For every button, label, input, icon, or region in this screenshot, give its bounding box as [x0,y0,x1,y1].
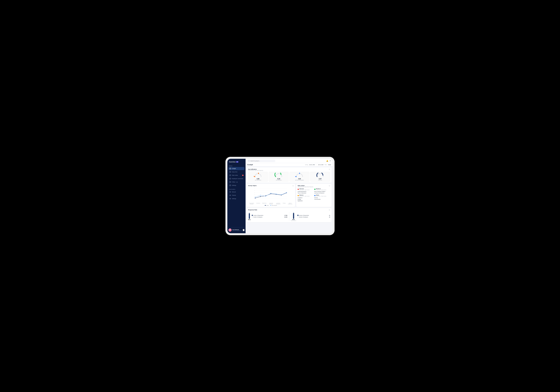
theme-icon[interactable]: ☀ [330,160,331,162]
quadrant-subtitle-intervene: (Lower Score - Higher Impact) [299,190,310,190]
svg-rect-15 [230,185,231,186]
response-rate-header: Response Rate ⓘ [248,209,330,211]
tag-reinforce-0: Work & Working Conditions [314,191,330,192]
legend-dot-1 [270,205,271,206]
tag-list-reinforce: Work & Working ConditionsLearning & Deve… [314,191,330,194]
logo-text: function [229,161,236,163]
user-info: Tom Pederson tompederson@gmail.com [232,229,243,231]
survey-topics-header: Survey Topics ⓘ [248,185,294,187]
stat-label-1-0: Number of Respondents [299,215,329,216]
legend-item-0: Global [265,205,269,206]
gauge-svg-0 [254,173,262,178]
gauge-more-1: ··· [287,172,288,174]
svg-point-53 [281,194,282,195]
stat-label-0-1: Number of Employees [253,217,284,218]
take-action-title: Take Action [298,185,313,186]
survey-topics-title: Survey Topics [248,185,257,186]
response-rate-info-icon[interactable]: ⓘ [329,209,330,211]
pct-group-0: 80% Global [248,212,250,221]
avatar [229,229,231,231]
sidebar-item-label-take-action: Take Action [232,175,238,176]
take-action-nav-icon [229,174,231,176]
notification-icon[interactable]: 🔔 [326,160,328,162]
page-header: Cockpit Sorting Jun 21, 2022 → Jul 21, 2… [246,163,333,166]
sidebar-feat-manual[interactable]: Manual [229,191,244,193]
user-more-button[interactable]: ··· [243,229,244,231]
chart-legend: Global Direct Reports [248,205,294,206]
sidebar-item-cockpit[interactable]: Cockpit [229,167,244,170]
quadrant-header-observe: Observe (Lower Score - Higher Impact) [298,194,313,197]
svg-point-54 [286,192,287,193]
legend-label-0: Global [266,205,269,206]
quadrant-title-retain: Retain [316,194,326,196]
page-title: Cockpit [247,164,253,165]
svg-point-51 [270,193,271,194]
take-action-info-icon[interactable]: ⓘ [329,185,330,187]
page-meta: Sorting Jun 21, 2022 → Jul 21, 2022 Filt… [305,164,331,165]
top-bar: 🔔 ☀ [246,159,333,163]
main-content: 🔔 ☀ Cockpit Sorting Jun 21, 2022 → Jul 2… [246,159,333,233]
chart-label-0: Compensation & Benefits [249,203,254,204]
features-section: FEATURES Manual Tutorial Settings [229,189,244,201]
quadrant-subtitle-reinforce: (Lower Score - Higher Impact) [316,190,326,190]
gauge-label-1: Job Motivation [276,180,282,181]
quadrant-dot-observe [298,195,299,196]
stat-dot-1-1 [297,216,299,218]
feat-label-manual: Manual [232,191,236,193]
take-action-title-group: Take Action Job Satisfaction (My Direct … [298,185,313,187]
sidebar-item-employee-comments[interactable]: Employee Comments [229,177,244,180]
feat-label-settings-feat: Settings [232,198,236,199]
stat-dot-0-1 [252,216,253,218]
gauge-more-3: ··· [328,172,329,174]
gauge-value-2: 3.60 [298,178,301,180]
stat-value-1-0: 11 [329,215,330,216]
gauge-value-0: 3.85 [257,178,259,180]
response-rate-card: Response Rate ⓘ 80% Global Number of Res… [247,208,331,222]
stat-row-0-0: Number of Respondents 17.500 [252,215,287,216]
survey-topics-info-icon[interactable]: ⓘ [292,185,294,187]
sidebar-item-label-settings-main: Settings [232,185,236,186]
chart-label-4: Learning & Development [276,203,281,204]
quadrant-retain: Retain (Lower Score - Higher Impact) Div… [314,194,330,201]
take-action-subtitle: Job Satisfaction (My Direct Reports) [298,186,313,187]
quadrant-observe: Observe (Lower Score - Higher Impact) Co… [298,194,313,201]
settings-main-nav-icon [229,184,231,186]
gauge-label-0: Job Satisfaction [255,180,261,181]
features-menu: Manual Tutorial Settings [229,191,244,200]
pct-fill-1 [293,213,294,219]
stat-row-1-0: Number of Respondents 11 [297,215,330,216]
sidebar-item-settings-main[interactable]: Settings [229,184,244,187]
search-input[interactable] [250,160,274,161]
pct-bar-1 [293,212,294,219]
survey-topics-card: Survey Topics ⓘ 234567 Compensation & Be… [247,184,295,207]
pct-fill-0 [249,213,250,219]
sidebar-item-deep-dive[interactable]: Deep Dive [229,170,244,173]
sidebar-item-follow-up[interactable]: Follow - up [229,181,244,183]
sorting-label: Sorting [305,164,308,165]
tag-list-intervene: Leadership BehaviorsTeam & Collaboration [298,191,313,194]
tag-list-retain: DiversityCommunication [314,197,330,200]
quadrant-intervene: Intervene (Lower Score - Higher Impact) … [298,188,313,194]
gauge-label-3: Retention [318,180,322,181]
gauge-card-1: ··· 5.34 Job Motivation [269,172,289,181]
key-indicators-subtitle: Key Indicators (My Direct Reports) [248,170,263,171]
svg-text:3: 3 [254,196,255,197]
svg-rect-9 [230,178,231,179]
filter-value: Global [328,164,331,165]
info-icon[interactable]: ⓘ [329,169,330,170]
quadrant-header-retain: Retain (Lower Score - Higher Impact) [314,194,330,197]
sidebar-item-take-action[interactable]: Take Action1 [229,174,244,177]
manual-feat-icon [229,191,231,193]
gauge-card-2: ··· 3.60 Job Recommendation [290,172,310,181]
date-from: Jun 21, 2022 [309,164,315,165]
legend-dot-0 [265,205,266,206]
stat-dot-0-0 [252,215,253,216]
stat-value-0-1: 22.000 [284,217,287,218]
response-rate-title: Response Rate [248,209,257,211]
sidebar-feat-settings-feat[interactable]: Settings [229,197,244,200]
sidebar-item-label-employee-comments: Employee Comments [232,178,243,179]
key-indicators-title-group: Key Indicators Key Indicators (My Direct… [248,169,263,171]
quadrant-title-reinforce: Reinforce [316,188,326,190]
sidebar-feat-tutorial[interactable]: Tutorial [229,194,244,197]
follow-up-nav-icon [229,181,231,183]
